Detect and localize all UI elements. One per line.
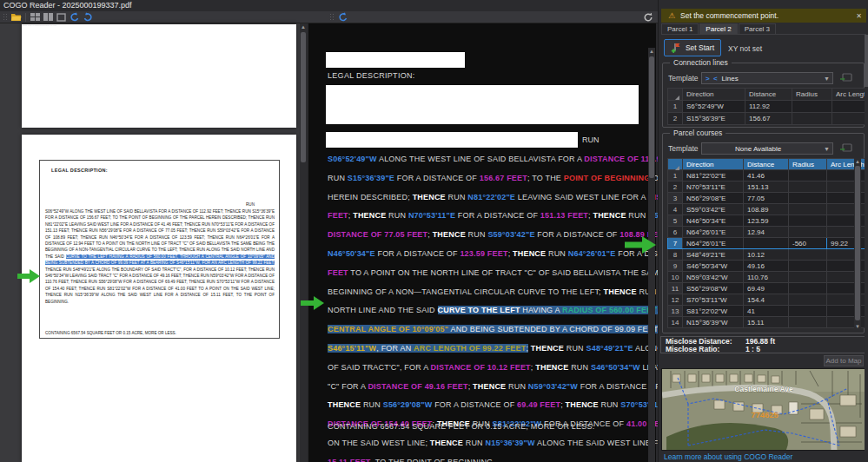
table-cell[interactable]: S15°36'39"E (683, 113, 745, 125)
table-cell[interactable] (789, 283, 827, 294)
table-cell[interactable] (832, 101, 868, 113)
column-header-Direction[interactable]: Direction (683, 159, 744, 170)
table-cell[interactable]: 123.59 (744, 215, 789, 227)
table-row-8[interactable]: 8S48°49'21"E10.12 (668, 249, 868, 261)
table-cell[interactable] (789, 272, 827, 283)
table-cell[interactable] (827, 204, 868, 215)
toolbar-grip[interactable] (3, 13, 7, 22)
table-cell[interactable]: N56°29'08"E (683, 193, 744, 204)
learn-more-link[interactable]: Learn more about using COGO Reader (664, 452, 792, 461)
table-row-12[interactable]: 12S70°53'11"W154.4 (668, 294, 868, 306)
map-preview[interactable]: Castlemaine Ave 774625 (661, 368, 866, 451)
table-row-5[interactable]: 5N46°50'34"E123.59 (668, 215, 868, 227)
table-cell[interactable]: N64°26'01"E (683, 238, 744, 249)
table-cell[interactable]: 99.22 (827, 238, 868, 249)
center-pane-scrollbar[interactable]: ▲ (648, 48, 655, 462)
apply-template-icon[interactable] (840, 143, 852, 154)
table-cell[interactable] (789, 204, 827, 215)
table-cell[interactable]: 1 (668, 170, 683, 182)
table-cell[interactable] (827, 283, 868, 294)
table-cell[interactable]: 2 (668, 113, 683, 125)
table-cell[interactable]: 5 (668, 215, 683, 227)
apply-template-icon[interactable] (840, 73, 852, 83)
table-cell[interactable] (827, 193, 868, 204)
table-cell[interactable]: 6 (668, 227, 683, 238)
single-page-view-button[interactable] (56, 12, 67, 22)
add-to-map-button[interactable]: Add to Map (824, 355, 864, 366)
table-cell[interactable] (827, 170, 868, 182)
table-cell[interactable]: 10.12 (744, 249, 789, 261)
table-row-2[interactable]: 2N70°53'11"E151.13 (668, 182, 868, 193)
table-cell[interactable]: 77.05 (744, 193, 789, 204)
table-cell[interactable]: 10 (668, 272, 683, 283)
table-row-1[interactable]: 1S6°52'49"W112.92 (668, 101, 868, 113)
toolbar-grip[interactable] (329, 13, 334, 22)
table-cell[interactable] (827, 306, 868, 317)
table-cell[interactable] (827, 272, 868, 283)
connection-template-dropdown[interactable]: > < Lines ▼ (701, 72, 833, 84)
table-cell[interactable]: S81°22'02"W (683, 306, 744, 317)
table-cell[interactable]: N59°03'42"W (683, 272, 744, 283)
table-cell[interactable]: 69.49 (744, 283, 789, 294)
table-cell[interactable]: 110.76 (744, 272, 789, 283)
table-row-11[interactable]: 11S56°29'08"W69.49 (668, 283, 868, 294)
table-cell[interactable]: 108.89 (744, 204, 789, 215)
table-cell[interactable] (827, 215, 868, 227)
parcel-table-scrollbar[interactable]: ▲ ▼ (854, 158, 861, 330)
table-cell[interactable]: S6°52'49"W (683, 101, 745, 113)
rotate-page-button[interactable] (337, 12, 348, 22)
column-header-Arc Length[interactable]: Arc Length (827, 159, 868, 170)
parcel-template-dropdown[interactable]: None Available ▼ (701, 142, 833, 155)
table-cell[interactable]: 12 (668, 294, 683, 306)
table-cell[interactable]: 2 (668, 182, 683, 193)
table-row-14[interactable]: 14N15°36'39"W15.11 (668, 317, 868, 328)
table-cell[interactable] (832, 113, 868, 125)
table-cell[interactable]: 14 (668, 317, 683, 328)
table-cell[interactable]: 112.92 (745, 101, 792, 113)
pdf-page-2[interactable]: LEGAL DESCRIPTION: RUN S06°52'49"W ALONG… (22, 135, 296, 462)
table-cell[interactable] (744, 238, 789, 249)
table-cell[interactable]: S59°03'42"E (683, 204, 744, 215)
table-cell[interactable] (827, 294, 868, 306)
table-row-3[interactable]: 3N56°29'08"E77.05 (668, 193, 868, 204)
table-row-7[interactable]: 7N64°26'01"E-56099.22 (668, 238, 868, 249)
table-cell[interactable]: 11 (668, 283, 683, 294)
table-cell[interactable] (789, 261, 827, 272)
table-cell[interactable] (827, 261, 868, 272)
table-cell[interactable]: 1 (668, 101, 683, 113)
table-cell[interactable]: S56°29'08"W (683, 283, 744, 294)
table-cell[interactable] (789, 306, 827, 317)
table-cell[interactable] (789, 170, 827, 182)
table-cell[interactable]: 3 (668, 193, 683, 204)
table-cell[interactable] (789, 294, 827, 306)
pdf-page-1[interactable]: ····· ···· · ··············· ·· ··· (22, 24, 296, 128)
table-cell[interactable]: 156.67 (745, 113, 792, 125)
table-cell[interactable]: N70°53'11"E (683, 182, 744, 193)
table-row-9[interactable]: 9S46°50'34"W49.16 (668, 261, 868, 272)
table-cell[interactable] (792, 101, 832, 113)
table-cell[interactable] (827, 182, 868, 193)
column-header-Radius[interactable]: Radius (792, 89, 832, 101)
open-file-button[interactable] (10, 12, 22, 22)
table-cell[interactable]: 8 (668, 249, 683, 261)
table-cell[interactable]: -560 (789, 238, 827, 249)
left-pane-scrollbar[interactable]: ▲ (300, 23, 307, 462)
column-header-Direction[interactable]: Direction (683, 89, 745, 101)
table-cell[interactable]: 41.46 (744, 170, 789, 182)
banner-close-icon[interactable]: ✕ (856, 12, 862, 20)
rotate-left-button[interactable] (69, 12, 80, 22)
table-cell[interactable]: 12.94 (744, 227, 789, 238)
table-cell[interactable] (792, 113, 832, 125)
table-cell[interactable] (789, 193, 827, 204)
right-pane-scrollbar[interactable] (865, 35, 868, 460)
table-cell[interactable]: 41 (744, 306, 789, 317)
table-cell[interactable] (789, 227, 827, 238)
table-cell[interactable]: N15°36'39"W (683, 317, 744, 328)
table-row-1[interactable]: 1N81°22'02"E41.46 (668, 170, 868, 182)
set-start-button[interactable]: Set Start (664, 39, 721, 56)
table-cell[interactable]: N46°50'34"E (683, 215, 744, 227)
table-cell[interactable]: 13 (668, 306, 683, 317)
rotate-right-button[interactable] (82, 12, 93, 22)
table-row-4[interactable]: 4S59°03'42"E108.89 (668, 204, 868, 215)
table-cell[interactable] (827, 227, 868, 238)
